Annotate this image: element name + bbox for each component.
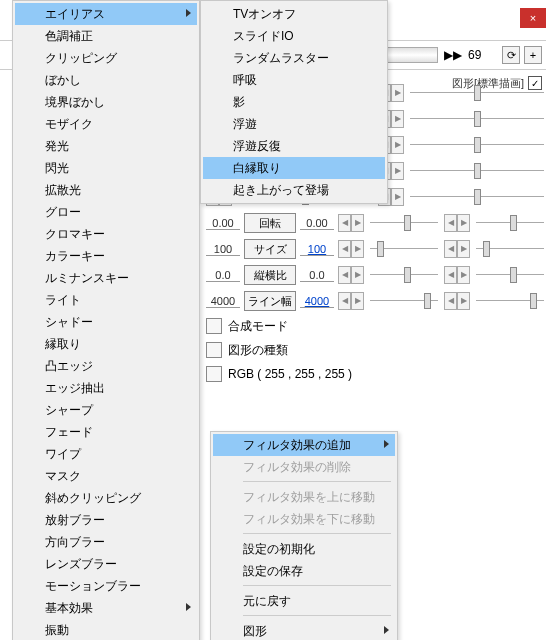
menu-item[interactable]: ルミナンスキー	[15, 267, 197, 289]
menu-item[interactable]: 閃光	[15, 157, 197, 179]
slider-track[interactable]	[476, 240, 544, 258]
menu-item[interactable]: マスク	[15, 465, 197, 487]
value-stepper[interactable]: ◀▶	[444, 240, 470, 258]
menu-item[interactable]: スライドIO	[203, 25, 385, 47]
menu-item[interactable]: 放射ブラー	[15, 509, 197, 531]
menu-separator	[213, 530, 395, 538]
context-menu-item[interactable]: 設定の初期化	[213, 538, 395, 560]
menu-item[interactable]: 白縁取り	[203, 157, 385, 179]
param-value-left[interactable]: 0.00	[206, 217, 240, 230]
value-stepper[interactable]: ◀▶	[338, 240, 364, 258]
plus-button[interactable]: +	[524, 46, 542, 64]
menu-item[interactable]: 境界ぼかし	[15, 91, 197, 113]
row-box-icon[interactable]	[206, 318, 222, 334]
param-button[interactable]: 回転	[244, 213, 296, 233]
menu-item[interactable]: 浮遊	[203, 113, 385, 135]
menu-item[interactable]: 方向ブラー	[15, 531, 197, 553]
value-stepper[interactable]: ◀▶	[338, 214, 364, 232]
slider-thumb[interactable]	[474, 137, 481, 153]
menu-item[interactable]: 呼吸	[203, 69, 385, 91]
menu-item[interactable]: TVオンオフ	[203, 3, 385, 25]
slider-track[interactable]	[476, 266, 544, 284]
value-stepper[interactable]: ◀▶	[444, 266, 470, 284]
menu-item[interactable]: レンズブラー	[15, 553, 197, 575]
menu-item[interactable]: 斜めクリッピング	[15, 487, 197, 509]
menu-item[interactable]: 浮遊反復	[203, 135, 385, 157]
slider-thumb[interactable]	[474, 111, 481, 127]
slider-track[interactable]	[370, 266, 438, 284]
slider-track[interactable]	[370, 292, 438, 310]
slider-thumb[interactable]	[510, 215, 517, 231]
menu-item[interactable]: シャドー	[15, 311, 197, 333]
slider-thumb[interactable]	[424, 293, 431, 309]
param-button[interactable]: ライン幅	[244, 291, 296, 311]
menu-item[interactable]: 色調補正	[15, 25, 197, 47]
context-menu-item[interactable]: 元に戻す	[213, 590, 395, 612]
slider-track[interactable]	[410, 84, 544, 102]
menu-item[interactable]: 影	[203, 91, 385, 113]
slider-thumb[interactable]	[474, 85, 481, 101]
menu-item[interactable]: 振動	[15, 619, 197, 640]
menu-item[interactable]: 発光	[15, 135, 197, 157]
param-value-right[interactable]: 0.00	[300, 217, 334, 230]
param-row: 4000ライン幅4000◀▶◀▶	[206, 288, 546, 314]
slider-thumb[interactable]	[404, 215, 411, 231]
menu-item[interactable]: ランダムラスター	[203, 47, 385, 69]
menu-item[interactable]: 基本効果	[15, 597, 197, 619]
param-value-left[interactable]: 4000	[206, 295, 240, 308]
value-stepper[interactable]: ◀▶	[338, 292, 364, 310]
menu-item[interactable]: 凸エッジ	[15, 355, 197, 377]
slider-track[interactable]	[410, 110, 544, 128]
menu-item[interactable]: クリッピング	[15, 47, 197, 69]
menu-item[interactable]: ライト	[15, 289, 197, 311]
menu-item[interactable]: ワイプ	[15, 443, 197, 465]
slider-thumb[interactable]	[510, 267, 517, 283]
slider-track[interactable]	[476, 292, 544, 310]
param-value-right[interactable]: 0.0	[300, 269, 334, 282]
menu-item[interactable]: 縁取り	[15, 333, 197, 355]
menu-item[interactable]: クロマキー	[15, 223, 197, 245]
recycle-button[interactable]: ⟳	[502, 46, 520, 64]
context-menu-item[interactable]: 図形	[213, 620, 395, 640]
param-value-right[interactable]: 100	[300, 243, 334, 256]
static-row-label: 合成モード	[228, 318, 288, 335]
slider-thumb[interactable]	[483, 241, 490, 257]
slider-thumb[interactable]	[404, 267, 411, 283]
menu-item[interactable]: グロー	[15, 201, 197, 223]
menu-item[interactable]: 拡散光	[15, 179, 197, 201]
menu-item[interactable]: モザイク	[15, 113, 197, 135]
slider-track[interactable]	[476, 214, 544, 232]
param-value-right[interactable]: 4000	[300, 295, 334, 308]
slider-thumb[interactable]	[530, 293, 537, 309]
context-menu-item[interactable]: 設定の保存	[213, 560, 395, 582]
menu-item[interactable]: カラーキー	[15, 245, 197, 267]
menu-item-header[interactable]: エイリアス	[15, 3, 197, 25]
param-button[interactable]: 縦横比	[244, 265, 296, 285]
menu-item[interactable]: モーションブラー	[15, 575, 197, 597]
slider-track[interactable]	[410, 136, 544, 154]
menu-item[interactable]: ぼかし	[15, 69, 197, 91]
slider-thumb[interactable]	[474, 189, 481, 205]
menu-item[interactable]: エッジ抽出	[15, 377, 197, 399]
slider-track[interactable]	[370, 214, 438, 232]
value-stepper[interactable]: ◀▶	[444, 214, 470, 232]
slider-track[interactable]	[410, 162, 544, 180]
close-button[interactable]: ×	[520, 8, 546, 28]
value-stepper[interactable]: ◀▶	[444, 292, 470, 310]
menu-item[interactable]: 起き上がって登場	[203, 179, 385, 201]
value-stepper[interactable]: ◀▶	[338, 266, 364, 284]
slider-track[interactable]	[370, 240, 438, 258]
jump-forward-button[interactable]: ▶▶	[442, 45, 464, 65]
menu-item[interactable]: シャープ	[15, 399, 197, 421]
param-value-left[interactable]: 100	[206, 243, 240, 256]
slider-track[interactable]	[410, 188, 544, 206]
param-value-left[interactable]: 0.0	[206, 269, 240, 282]
context-menu-item[interactable]: フィルタ効果の追加	[213, 434, 395, 456]
menu-separator	[213, 478, 395, 486]
param-button[interactable]: サイズ	[244, 239, 296, 259]
slider-thumb[interactable]	[474, 163, 481, 179]
row-box-icon[interactable]	[206, 342, 222, 358]
menu-item[interactable]: フェード	[15, 421, 197, 443]
slider-thumb[interactable]	[377, 241, 384, 257]
row-box-icon[interactable]	[206, 366, 222, 382]
